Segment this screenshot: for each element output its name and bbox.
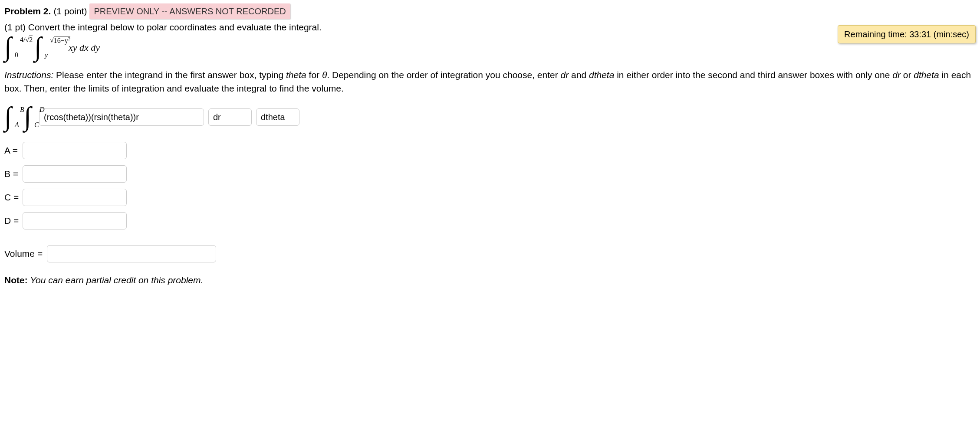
answer-inner-integral: ∫ D C — [24, 106, 33, 129]
partial-credit-note: Note: You can earn partial credit on thi… — [4, 274, 976, 286]
inner-integral: ∫ √16−y2 y — [34, 36, 43, 59]
differential-1-input[interactable] — [208, 108, 252, 126]
limit-a-input[interactable] — [23, 142, 127, 159]
answer-inner-lower: C — [34, 120, 39, 130]
answer-integral-row: ∫ B A ∫ D C — [4, 106, 976, 129]
integrand-input[interactable] — [39, 108, 204, 126]
prompt-text: Convert the integral below to polar coor… — [28, 22, 322, 32]
integrand: xy dx dy — [69, 41, 100, 55]
prompt-points: (1 pt) — [4, 22, 26, 32]
limit-d-input[interactable] — [23, 212, 127, 229]
limit-c-label: C = — [4, 191, 19, 203]
answer-integral-symbols: ∫ B A ∫ D C — [4, 106, 35, 129]
volume-label: Volume = — [4, 247, 43, 260]
integral-symbol: ∫ — [4, 102, 12, 131]
note-lead: Note: — [4, 275, 28, 285]
remaining-time-badge: Remaining time: 33:31 (min:sec) — [838, 25, 976, 43]
outer-lower-limit: 0 — [15, 50, 18, 60]
limit-b-row: B = — [4, 165, 976, 183]
note-text: You can earn partial credit on this prob… — [28, 275, 204, 285]
limit-c-input[interactable] — [23, 189, 127, 206]
problem-header: Problem 2. (1 point) PREVIEW ONLY -- ANS… — [4, 3, 976, 19]
limit-c-row: C = — [4, 189, 976, 206]
outer-integral: ∫ 4/√2 0 — [4, 36, 13, 59]
volume-row: Volume = — [4, 245, 976, 262]
limit-a-label: A = — [4, 144, 19, 157]
differential-2-input[interactable] — [256, 108, 299, 126]
instructions-lead: Instructions: — [4, 70, 53, 80]
answer-inner-upper: D — [39, 105, 45, 115]
problem-title: Problem 2. — [4, 5, 51, 17]
limit-b-input[interactable] — [23, 165, 127, 183]
instructions-text: Instructions: Please enter the integrand… — [4, 68, 976, 95]
integral-symbol: ∫ — [24, 102, 31, 131]
outer-upper-limit: 4/√2 — [20, 35, 33, 45]
answer-outer-lower: A — [15, 120, 19, 130]
limit-a-row: A = — [4, 142, 976, 159]
inner-lower-limit: y — [45, 50, 48, 60]
original-integral: ∫ 4/√2 0 ∫ √16−y2 y xy dx dy — [4, 36, 976, 59]
problem-points: (1 point) — [53, 5, 87, 17]
limit-d-label: D = — [4, 214, 19, 227]
integral-symbol: ∫ — [4, 32, 12, 61]
preview-badge: PREVIEW ONLY -- ANSWERS NOT RECORDED — [89, 3, 290, 19]
answer-outer-integral: ∫ B A — [4, 106, 13, 129]
inner-upper-limit: √16−y2 — [50, 35, 70, 46]
volume-input[interactable] — [47, 245, 216, 262]
problem-prompt: (1 pt) Convert the integral below to pol… — [4, 21, 976, 33]
integral-symbol: ∫ — [34, 32, 42, 61]
limit-b-label: B = — [4, 167, 19, 180]
limit-d-row: D = — [4, 212, 976, 229]
